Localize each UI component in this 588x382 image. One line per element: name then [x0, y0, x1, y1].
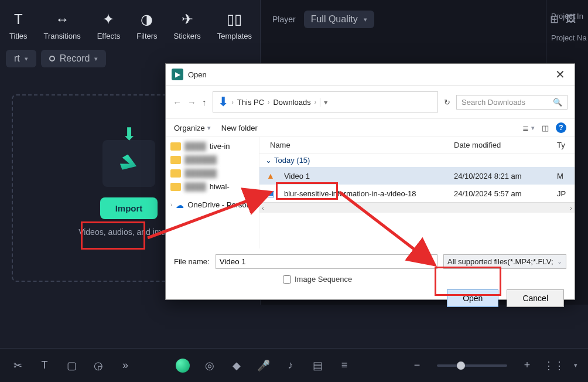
tree-item[interactable]: ████hiwal- [169, 180, 255, 193]
crumb-downloads[interactable]: Downloads [273, 98, 310, 107]
forward-icon[interactable]: → [187, 97, 196, 107]
filetype-select[interactable]: All supported files(*.MP4;*.FLV; ⌄ [443, 254, 566, 269]
templates-icon: ▯▯ [225, 11, 243, 28]
tool-templates[interactable]: ▯▯ Templates [215, 9, 254, 42]
timeline-toolbar: ✂ T ▢ ◶ » ◎ ◆ 🎤 ♪ ▤ ≡ − + ⋮⋮ ▾ [0, 348, 588, 382]
tool-label: Titles [9, 32, 28, 40]
image-sequence-row: Image Sequence [166, 272, 575, 289]
track-options-icon[interactable]: ⋮⋮ [547, 359, 561, 373]
tool-effects[interactable]: ✦ Effects [95, 9, 123, 42]
crop-icon[interactable]: ▢ [64, 359, 78, 373]
folder-tree[interactable]: ████tive-in ██████ ██████ ████hiwal- ›☁O… [166, 137, 259, 248]
search-input[interactable]: Search Downloads 🔍 [456, 95, 568, 110]
app-icon: ▶ [172, 69, 183, 80]
quality-value: Full Quality [311, 14, 358, 25]
tool-label: Stickers [174, 32, 201, 40]
dialog-toolbar: Organize ▾ New folder ≣ ▾ ◫ ? [166, 118, 575, 137]
download-folder-icon: ⬇ [218, 94, 228, 110]
adjust-icon[interactable]: ≡ [337, 359, 351, 373]
dialog-body: ████tive-in ██████ ██████ ████hiwal- ›☁O… [166, 137, 575, 248]
quality-dropdown[interactable]: Full Quality ▾ [304, 11, 374, 28]
text-icon[interactable]: T [37, 359, 52, 373]
crumb-sep: › [232, 99, 234, 105]
download-arrow-icon: ⬇ [122, 124, 136, 144]
tool-label: Transitions [44, 32, 81, 40]
crumb-this-pc[interactable]: This PC [237, 98, 264, 107]
ai-assistant-icon[interactable] [176, 359, 190, 373]
target-icon[interactable]: ◎ [203, 359, 217, 373]
record-dot-icon [49, 56, 55, 62]
tool-label: Effects [97, 32, 121, 40]
marker-icon[interactable]: ◆ [230, 359, 244, 373]
file-row[interactable]: ▲ Video 1 24/10/2024 8:21 am M [259, 167, 575, 185]
file-list: Name Date modified Ty ⌄Today (15) ▲ Vide… [259, 137, 575, 248]
drop-folder-icon: ⬇ [102, 140, 155, 187]
close-icon[interactable]: ✕ [552, 67, 569, 81]
zoom-out-icon[interactable]: − [410, 359, 424, 373]
horizontal-scrollbar[interactable]: ‹› [259, 202, 575, 213]
chevron-down-icon: ▾ [25, 55, 28, 63]
help-icon[interactable]: ? [556, 122, 566, 133]
tree-item[interactable]: ██████ [169, 153, 255, 166]
cancel-button[interactable]: Cancel [507, 289, 564, 307]
breadcrumb[interactable]: ⬇ › This PC › Downloads › ▾ [213, 91, 439, 112]
col-name[interactable]: Name [265, 141, 454, 149]
tree-onedrive[interactable]: ›☁OneDrive - Person▾ [169, 198, 255, 212]
zoom-in-icon[interactable]: + [520, 359, 534, 373]
filters-icon: ◑ [138, 11, 156, 28]
tool-titles[interactable]: T Titles [7, 9, 30, 42]
preview-pane-icon[interactable]: ◫ [542, 124, 549, 132]
tool-transitions[interactable]: ↔ Transitions [42, 9, 83, 42]
property-row: Project Na [551, 33, 583, 42]
tree-item[interactable]: ██████ [169, 166, 255, 180]
transitions-icon: ↔ [53, 11, 71, 28]
speed-icon[interactable]: ◶ [91, 359, 105, 373]
col-date[interactable]: Date modified [454, 141, 557, 149]
tool-stickers[interactable]: ✈ Stickers [172, 9, 203, 42]
import-dropdown[interactable]: rt ▾ [6, 50, 36, 67]
filename-input[interactable] [216, 254, 437, 269]
mic-icon[interactable]: 🎤 [257, 359, 271, 373]
file-row[interactable]: ▣ blur-sensitive-information-in-a-video-… [259, 185, 575, 202]
import-button[interactable]: Import [100, 197, 158, 219]
record-label: Record [60, 53, 90, 64]
chevron-down-icon: ▾ [531, 124, 535, 132]
image-sequence-checkbox[interactable] [283, 275, 291, 284]
filmora-logo-icon [118, 153, 139, 174]
file-name: Video 1 [279, 172, 454, 180]
search-icon: 🔍 [553, 98, 562, 107]
col-type[interactable]: Ty [557, 141, 569, 149]
drop-hint-text: Videos, audios, and images [78, 227, 179, 237]
layers-icon[interactable]: ▤ [310, 359, 324, 373]
refresh-icon[interactable]: ↻ [444, 98, 450, 107]
chevron-down-icon: ⌄ [265, 156, 272, 165]
file-name: blur-sensitive-information-in-a-video-18 [279, 189, 454, 198]
file-list-header: Name Date modified Ty [259, 137, 575, 154]
import-dd-label: rt [14, 53, 20, 64]
crumb-dropdown-icon[interactable]: ▾ [320, 98, 328, 107]
record-dropdown[interactable]: Record ▾ [41, 50, 107, 67]
tool-filters[interactable]: ◑ Filters [134, 9, 159, 42]
up-icon[interactable]: ↑ [202, 97, 207, 107]
vlc-icon: ▲ [265, 170, 276, 181]
audio-icon[interactable]: ♪ [283, 359, 298, 373]
more-icon[interactable]: » [118, 359, 132, 373]
dialog-title: Open [188, 70, 207, 79]
cut-icon[interactable]: ✂ [11, 359, 25, 373]
file-type: JP [557, 189, 569, 198]
view-options[interactable]: ≣ ▾ [522, 124, 535, 132]
crumb-sep: › [268, 99, 269, 105]
tree-item[interactable]: ████tive-in [169, 139, 255, 153]
crumb-sep: › [314, 99, 316, 105]
new-folder-button[interactable]: New folder [221, 124, 258, 132]
dialog-titlebar: ▶ Open ✕ [166, 64, 575, 86]
file-group-today[interactable]: ⌄Today (15) [259, 154, 575, 167]
zoom-slider[interactable] [437, 364, 507, 367]
organize-menu[interactable]: Organize ▾ [174, 124, 211, 132]
chevron-down-icon: ▾ [94, 55, 98, 63]
back-icon[interactable]: ← [173, 97, 182, 107]
chevron-down-icon[interactable]: ▾ [574, 361, 577, 369]
open-button[interactable]: Open [447, 289, 498, 307]
chevron-down-icon: ⌄ [557, 258, 562, 265]
scroll-left-icon: ‹ [262, 204, 264, 212]
